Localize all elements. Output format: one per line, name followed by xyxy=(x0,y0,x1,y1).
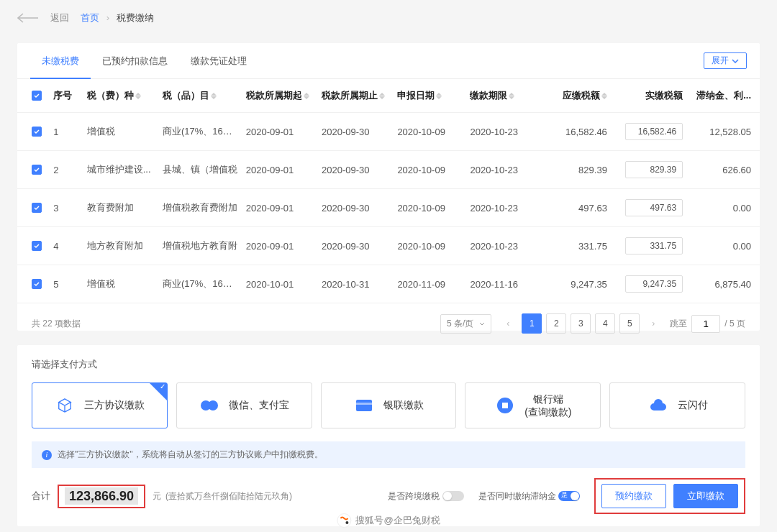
chevron-down-icon xyxy=(732,59,739,63)
tab-unpaid[interactable]: 未缴税费 xyxy=(30,43,91,79)
pay-option-wechat-alipay[interactable]: 微信、支付宝 xyxy=(176,382,312,428)
payment-title: 请选择支付方式 xyxy=(32,358,745,371)
info-banner: i 选择"三方协议缴款"，系统将自动从签订的三方协议账户中扣缴税费。 xyxy=(32,441,745,468)
total-label: 合计 xyxy=(32,490,50,503)
total-amount-highlight: 123,866.90 xyxy=(58,485,145,508)
pay-option-unionpay[interactable]: 银联缴款 xyxy=(321,382,457,428)
pager-next[interactable]: › xyxy=(644,314,663,333)
tax-table: 序号 税（费）种 税（品）目 税款所属期起 税款所属期止 申报日期 缴款期限 应… xyxy=(17,79,760,303)
table-row: 5增值税商业(17%、16%、2020-10-012020-10-312020-… xyxy=(17,265,760,303)
crumb-current: 税费缴纳 xyxy=(117,12,154,23)
svg-rect-2 xyxy=(356,400,372,411)
svg-rect-3 xyxy=(356,403,372,405)
expand-button[interactable]: 展开 xyxy=(704,52,747,69)
col-actual: 实缴税额 xyxy=(616,79,691,113)
tab-reserved[interactable]: 已预约扣款信息 xyxy=(91,43,179,79)
actual-amount-input[interactable] xyxy=(625,161,683,178)
crumb-home[interactable]: 首页 xyxy=(81,12,99,23)
payment-card: 请选择支付方式 三方协议缴款 微信、支付宝 银联缴款 银行端(查询缴款) 云闪付 xyxy=(17,345,760,526)
table-row: 1增值税商业(17%、16%、2020-09-012020-09-302020-… xyxy=(17,113,760,151)
pager-page[interactable]: 4 xyxy=(595,313,615,334)
actual-amount-input[interactable] xyxy=(625,123,683,140)
table-row: 4地方教育附加增值税地方教育附2020-09-012020-09-302020-… xyxy=(17,227,760,265)
table-footer: 共 22 项数据 5 条/页 ‹ 1 2 3 4 5 › 跳至 xyxy=(17,303,760,344)
cube-icon xyxy=(54,395,76,416)
payment-options: 三方协议缴款 微信、支付宝 银联缴款 银行端(查询缴款) 云闪付 xyxy=(32,382,745,428)
page-size-select[interactable]: 5 条/页 xyxy=(440,314,491,334)
col-penalty: 滞纳金、利... xyxy=(691,79,760,113)
info-icon: i xyxy=(42,450,52,460)
col-tax-item[interactable]: 税（品）目 xyxy=(160,79,243,113)
row-checkbox[interactable] xyxy=(32,165,42,175)
svg-point-1 xyxy=(208,400,218,411)
col-seq: 序号 xyxy=(50,79,83,113)
total-row: 合计 123,866.90 元 (壹拾贰万叁仟捌佰陆拾陆元玖角) 是否跨境缴税 … xyxy=(32,478,745,514)
chevron-down-icon xyxy=(479,322,485,326)
pay-option-bank[interactable]: 银行端(查询缴款) xyxy=(465,382,601,428)
cloud-icon xyxy=(648,395,669,416)
sohu-logo-icon xyxy=(337,513,351,528)
select-all-checkbox[interactable] xyxy=(32,91,42,101)
actual-amount-input[interactable] xyxy=(625,275,683,293)
row-checkbox[interactable] xyxy=(32,127,42,137)
col-tax-type[interactable]: 税（费）种 xyxy=(84,79,160,113)
pay-option-quickpass[interactable]: 云闪付 xyxy=(609,382,745,428)
pager-page[interactable]: 5 xyxy=(619,313,640,334)
row-checkbox[interactable] xyxy=(32,241,42,251)
table-row: 2城市维护建设...县城、镇（增值税2020-09-012020-09-3020… xyxy=(17,151,760,189)
svg-point-5 xyxy=(345,521,348,524)
col-period-end[interactable]: 税款所属期止 xyxy=(319,79,394,113)
amount-in-words: (壹拾贰万叁仟捌佰陆拾陆元玖角) xyxy=(165,490,292,503)
total-amount: 123,866.90 xyxy=(65,487,138,505)
jump-input[interactable] xyxy=(691,315,720,333)
actual-amount-input[interactable] xyxy=(625,237,683,254)
toggle-cross-border[interactable] xyxy=(442,491,464,501)
back-label[interactable]: 返回 xyxy=(50,12,69,24)
col-period-start[interactable]: 税款所属期起 xyxy=(243,79,319,113)
pay-now-button[interactable]: 立即缴款 xyxy=(673,484,738,508)
pagination: ‹ 1 2 3 4 5 › xyxy=(499,313,663,334)
card-icon xyxy=(353,395,375,416)
col-due-date[interactable]: 缴款期限 xyxy=(467,79,540,113)
pager-page[interactable]: 2 xyxy=(546,313,566,334)
col-payable[interactable]: 应缴税额 xyxy=(540,79,616,113)
table-row: 3教育费附加增值税教育费附加2020-09-012020-09-302020-1… xyxy=(17,189,760,227)
page-jump: 跳至 / 5 页 xyxy=(670,315,745,333)
row-checkbox[interactable] xyxy=(32,279,42,289)
reserve-pay-button[interactable]: 预约缴款 xyxy=(601,484,666,508)
pay-option-tripartite[interactable]: 三方协议缴款 xyxy=(32,382,168,428)
breadcrumb: 返回 首页 › 税费缴纳 xyxy=(17,12,154,24)
bank-icon xyxy=(494,395,516,416)
action-buttons-highlight: 预约缴款 立即缴款 xyxy=(594,478,745,514)
tab-voucher[interactable]: 缴款凭证处理 xyxy=(179,43,258,79)
col-declare-date[interactable]: 申报日期 xyxy=(394,79,467,113)
pager-prev[interactable]: ‹ xyxy=(499,314,517,333)
record-count: 共 22 项数据 xyxy=(32,318,81,330)
pager-page[interactable]: 3 xyxy=(571,313,591,334)
watermark: 搜狐号@企巴兔财税 xyxy=(337,513,440,528)
toggle-penalty[interactable]: 是 xyxy=(558,491,580,501)
wechat-alipay-icon xyxy=(199,395,220,416)
back-arrow-icon[interactable] xyxy=(17,13,39,23)
row-checkbox[interactable] xyxy=(32,203,42,213)
tax-table-card: 未缴税费 已预约扣款信息 缴款凭证处理 展开 序号 税（费）种 税（品）目 xyxy=(17,43,760,331)
pager-page[interactable]: 1 xyxy=(522,313,542,334)
actual-amount-input[interactable] xyxy=(625,199,683,216)
